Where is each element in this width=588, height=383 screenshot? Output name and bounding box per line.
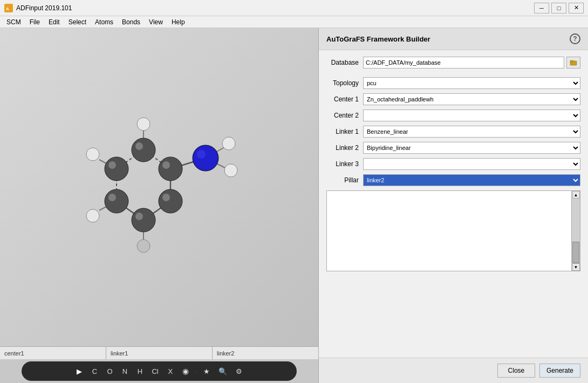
svg-point-33 <box>162 161 170 169</box>
help-button[interactable]: ? <box>570 33 580 44</box>
pillar-dropdown[interactable]: linker2 linker1 none <box>363 174 580 186</box>
menu-view[interactable]: View <box>145 17 167 27</box>
main-content: center1 linker1 linker2 ▶ C O N H Cl X ◉… <box>0 28 588 383</box>
viewer-status-bar: center1 linker1 linker2 <box>0 346 318 359</box>
viewer-panel: center1 linker1 linker2 ▶ C O N H Cl X ◉… <box>0 28 318 383</box>
svg-rect-36 <box>570 60 573 62</box>
framework-body: Database Topology pcu <box>319 50 588 358</box>
linker3-row: Linker 3 <box>326 158 580 170</box>
window-controls: ─ □ ✕ <box>534 3 584 13</box>
scroll-track[interactable] <box>572 199 580 263</box>
scroll-thumb[interactable] <box>572 242 579 263</box>
svg-point-28 <box>135 142 143 150</box>
app-icon: A <box>4 4 13 12</box>
linker1-dropdown[interactable]: Benzene_linear BDC_linear <box>363 126 580 138</box>
menu-atoms[interactable]: Atoms <box>91 17 118 27</box>
center1-dropdown[interactable]: Zn_octahedral_paddlewh Cu_paddlewheel <box>363 93 580 105</box>
svg-point-17 <box>105 189 128 213</box>
menu-select[interactable]: Select <box>64 17 91 27</box>
scroll-up-arrow[interactable]: ▲ <box>572 191 580 199</box>
maximize-button[interactable]: □ <box>551 3 566 13</box>
close-button[interactable]: Close <box>497 364 535 378</box>
settings-btn[interactable]: ⚙ <box>234 366 244 377</box>
center2-control <box>363 110 580 121</box>
search-btn[interactable]: 🔍 <box>216 366 229 377</box>
framework-title: AuToGraFS Framework Builder <box>326 35 430 43</box>
framework-footer: Close Generate <box>319 358 588 383</box>
title-bar: A ADFinput 2019.101 ─ □ ✕ <box>0 0 588 16</box>
linker3-label: Linker 3 <box>326 160 363 168</box>
window-title: ADFinput 2019.101 <box>16 4 534 12</box>
svg-text:A: A <box>6 6 9 11</box>
output-scrollbar[interactable]: ▲ ▼ <box>571 191 580 271</box>
pillar-control: linker2 linker1 none <box>363 174 580 186</box>
linker2-dropdown[interactable]: Bipyridine_linear BDC_linear <box>363 142 580 154</box>
molecule-display <box>41 74 246 279</box>
svg-point-27 <box>224 164 237 177</box>
sep1 <box>326 73 580 77</box>
topology-dropdown[interactable]: pcu stp dia <box>363 77 580 89</box>
database-label: Database <box>326 59 363 66</box>
generate-button[interactable]: Generate <box>539 364 580 378</box>
ring-btn[interactable]: ◉ <box>180 366 191 377</box>
folder-icon <box>570 59 577 66</box>
linker2-row: Linker 2 Bipyridine_linear BDC_linear <box>326 142 580 154</box>
status-center1: center1 <box>0 347 106 359</box>
menu-scm[interactable]: SCM <box>2 17 25 27</box>
linker3-dropdown[interactable] <box>363 158 580 170</box>
molecule-area <box>0 28 318 346</box>
database-browse-btn[interactable] <box>566 57 580 69</box>
pillar-row: Pillar linker2 linker1 none <box>326 174 580 186</box>
status-linker1: linker1 <box>106 347 213 359</box>
minimize-button[interactable]: ─ <box>534 3 549 13</box>
menu-edit[interactable]: Edit <box>44 17 64 27</box>
linker1-label: Linker 1 <box>326 128 363 135</box>
center1-row: Center 1 Zn_octahedral_paddlewh Cu_paddl… <box>326 93 580 105</box>
oxygen-btn[interactable]: O <box>104 366 115 377</box>
svg-point-26 <box>222 137 235 150</box>
output-textarea[interactable] <box>327 191 571 271</box>
menu-bonds[interactable]: Bonds <box>118 17 145 27</box>
database-control <box>363 57 580 69</box>
svg-point-29 <box>108 161 116 169</box>
output-wrapper: ▲ ▼ <box>326 190 580 271</box>
linker2-control: Bipyridine_linear BDC_linear <box>363 142 580 154</box>
linker2-label: Linker 2 <box>326 144 363 152</box>
svg-point-31 <box>135 213 143 220</box>
database-input[interactable] <box>363 57 564 69</box>
topology-label: Topology <box>326 79 363 87</box>
topology-row: Topology pcu stp dia <box>326 77 580 89</box>
svg-point-25 <box>137 240 150 252</box>
framework-header: AuToGraFS Framework Builder ? <box>319 28 588 50</box>
chlorine-btn[interactable]: Cl <box>149 366 160 377</box>
close-button[interactable]: ✕ <box>569 3 584 13</box>
svg-point-24 <box>86 209 99 222</box>
center1-control: Zn_octahedral_paddlewh Cu_paddlewheel <box>363 93 580 105</box>
toolbar-sep1: · <box>195 368 197 374</box>
hydrogen-btn[interactable]: H <box>134 366 145 377</box>
svg-point-22 <box>137 118 150 131</box>
star-btn[interactable]: ★ <box>201 366 212 377</box>
svg-point-21 <box>193 145 218 171</box>
svg-point-23 <box>86 148 99 161</box>
linker3-control <box>363 158 580 170</box>
framework-panel: AuToGraFS Framework Builder ? Database <box>318 28 588 383</box>
menu-file[interactable]: File <box>25 17 44 27</box>
nitrogen-btn[interactable]: N <box>119 366 130 377</box>
svg-point-20 <box>159 157 182 181</box>
topology-control: pcu stp dia <box>363 77 580 89</box>
svg-point-15 <box>132 138 155 162</box>
x-element-btn[interactable]: X <box>165 366 176 377</box>
svg-point-30 <box>108 194 116 201</box>
svg-point-32 <box>162 194 170 201</box>
cursor-tool-btn[interactable]: ▶ <box>74 366 85 377</box>
svg-point-18 <box>132 208 155 232</box>
scroll-down-arrow[interactable]: ▼ <box>572 263 580 271</box>
center2-row: Center 2 <box>326 110 580 121</box>
carbon-btn[interactable]: C <box>89 366 100 377</box>
center2-label: Center 2 <box>326 112 363 119</box>
linker1-row: Linker 1 Benzene_linear BDC_linear <box>326 126 580 138</box>
center2-dropdown[interactable] <box>363 110 580 121</box>
linker1-control: Benzene_linear BDC_linear <box>363 126 580 138</box>
menu-help[interactable]: Help <box>167 17 189 27</box>
